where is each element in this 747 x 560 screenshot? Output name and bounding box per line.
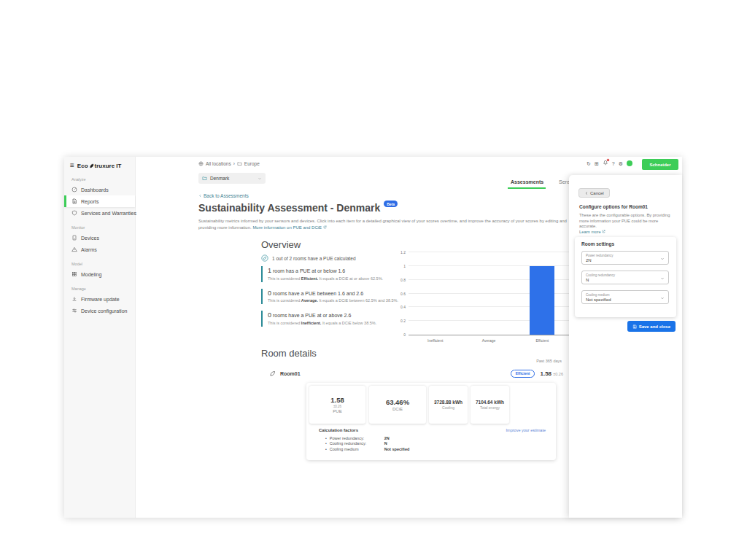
sidebar-item-device-configuration[interactable]: Device configuration	[64, 305, 135, 316]
calculation-factors-heading: Calculation factors Improve your estimat…	[319, 428, 546, 432]
topbar-icons: ↻ ⊞ ? ⚙	[587, 160, 632, 167]
back-to-assessments-link[interactable]: Back to Assessments	[198, 193, 249, 198]
sidebar-item-firmware-update[interactable]: Firmware update	[64, 293, 135, 305]
improve-estimate-link[interactable]: Improve your estimate	[506, 428, 546, 432]
chevron-left-icon	[584, 191, 589, 195]
sidebar-item-label: Device configuration	[81, 308, 127, 314]
calculation-factors-rows: • Power redundancy: 2N • Cooling redunda…	[319, 435, 546, 452]
chevron-down-icon	[660, 257, 665, 261]
sidebar-item-label: Devices	[81, 236, 99, 241]
room-pue-value: 1.58 ±0.26	[540, 370, 563, 377]
cooling-medium-select[interactable]: Cooling medium Not specified	[581, 290, 669, 304]
bullet-icon: •	[325, 436, 327, 440]
sidebar-item-dashboards[interactable]: Dashboards	[64, 184, 135, 195]
sidebar-item-reports[interactable]: Reports	[64, 195, 135, 207]
overview-summary: 1 out of 2 rooms have a PUE calculated	[261, 254, 356, 262]
sidebar-section-manage: Manage	[64, 280, 135, 293]
leaf-check-icon	[261, 254, 268, 262]
room-pue-tolerance: ±0.26	[553, 372, 563, 376]
notifications-bell-icon[interactable]	[603, 160, 608, 167]
leaf-icon	[269, 370, 276, 377]
metric-label: Total energy	[480, 405, 500, 410]
field-label: Cooling redundancy	[586, 273, 665, 277]
metric-card-cooling: 3728.88 kWh Cooling	[429, 386, 468, 424]
chart-gridline	[409, 252, 569, 252]
breadcrumb-root[interactable]: All locations	[206, 161, 231, 166]
configure-options-panel: Cancel Configure options for Room01 Thes…	[569, 175, 682, 518]
calculation-factors: Calculation factors Improve your estimat…	[319, 428, 546, 452]
cancel-button-label: Cancel	[590, 191, 604, 195]
save-button-label: Save and close	[639, 324, 670, 329]
metric-value: 7104.64 kWh	[476, 400, 504, 405]
sidebar-item-label: Firmware update	[81, 297, 120, 302]
calc-row-power-redundancy: • Power redundancy: 2N	[319, 435, 546, 441]
room-row-room01[interactable]: Room01 Efficient 1.58 ±0.26	[261, 365, 563, 382]
sidebar-item-label: Services and Warranties	[81, 211, 136, 216]
y-axis-tick: 0.2	[391, 319, 406, 323]
breadcrumb-separator: ›	[233, 161, 235, 166]
sidebar-header: ≡ Eco truxure IT	[64, 157, 135, 171]
apps-grid-icon[interactable]: ⊞	[595, 160, 599, 167]
y-axis-tick: 1.2	[391, 250, 406, 254]
tab-assessments[interactable]: Assessments	[511, 179, 543, 184]
learn-more-label: Learn more	[579, 230, 601, 234]
location-selector[interactable]: Denmark	[198, 173, 266, 184]
calc-row-cooling-redundancy: • Cooling redundancy: N	[319, 441, 546, 447]
alarm-icon	[71, 246, 77, 252]
download-icon	[71, 296, 77, 302]
metric-tolerance: ±0.26	[333, 405, 341, 408]
sidebar-item-modeling[interactable]: Modeling	[64, 268, 135, 280]
learn-more-link[interactable]: Learn more	[579, 230, 605, 234]
page-title-text: Sustainability Assessment - Denmark	[198, 202, 380, 214]
folder-icon	[237, 161, 242, 166]
page-description: Sustainability metrics informed by your …	[198, 218, 579, 230]
user-avatar[interactable]	[627, 160, 632, 166]
reports-icon	[71, 198, 77, 204]
menu-icon[interactable]: ≡	[70, 162, 74, 169]
metric-label: Cooling	[442, 405, 454, 410]
external-link-icon	[323, 225, 327, 229]
external-link-icon	[602, 230, 605, 233]
settings-gear-icon[interactable]: ⚙	[619, 160, 623, 167]
y-axis-tick: 0.4	[391, 305, 406, 309]
sidebar-section-model: Model	[64, 255, 135, 268]
schneider-electric-logo: Schneider	[642, 159, 678, 170]
breadcrumb: All locations › Europe	[198, 161, 260, 166]
chevron-down-icon	[660, 296, 665, 300]
sidebar-item-label: Modeling	[81, 272, 101, 277]
help-icon[interactable]: ?	[612, 160, 615, 167]
folder-icon	[202, 176, 207, 181]
pue-dcie-info-link[interactable]: More information on PUE and DCiE	[252, 225, 326, 230]
y-axis-tick: 0.8	[391, 278, 406, 282]
shield-icon	[71, 210, 77, 216]
sidebar-item-services-warranties[interactable]: Services and Warranties	[64, 207, 135, 219]
field-value: 2N	[586, 258, 665, 262]
pue-dcie-info-link-label: More information on PUE and DCiE	[252, 225, 322, 230]
cooling-redundancy-select[interactable]: Cooling redundancy N	[581, 271, 669, 284]
sidebar-item-label: Reports	[81, 199, 99, 204]
room-name: Room01	[280, 371, 301, 376]
app-logo: Eco truxure IT	[77, 163, 122, 169]
save-and-close-button[interactable]: Save and close	[627, 321, 676, 332]
metric-card-pue: 1.58 ±0.26 PUE	[309, 386, 365, 424]
efficiency-status-badge: Efficient	[511, 370, 535, 378]
field-label: Power redundancy	[586, 254, 665, 257]
sidebar: ≡ Eco truxure IT Analyze Dashboards Repo…	[64, 157, 136, 518]
metric-label: PUE	[333, 409, 341, 413]
power-redundancy-select[interactable]: Power redundancy 2N	[581, 251, 669, 265]
y-axis-tick: 0	[391, 332, 406, 337]
back-link-label: Back to Assessments	[204, 193, 249, 198]
sidebar-item-alarms[interactable]: Alarms	[64, 244, 135, 255]
breadcrumb-current[interactable]: Europe	[244, 161, 260, 166]
field-value: N	[586, 278, 665, 282]
logo-text-suffix: truxure IT	[95, 163, 122, 169]
cancel-button[interactable]: Cancel	[578, 188, 610, 198]
refresh-icon[interactable]: ↻	[587, 160, 591, 167]
field-label: Cooling medium	[586, 293, 665, 297]
modeling-icon	[71, 271, 77, 277]
save-icon	[632, 324, 637, 329]
metric-card-total-energy: 7104.64 kWh Total energy	[471, 386, 509, 424]
sidebar-item-devices[interactable]: Devices	[64, 232, 135, 244]
location-selector-value: Denmark	[210, 176, 229, 181]
sliders-icon	[71, 308, 77, 314]
